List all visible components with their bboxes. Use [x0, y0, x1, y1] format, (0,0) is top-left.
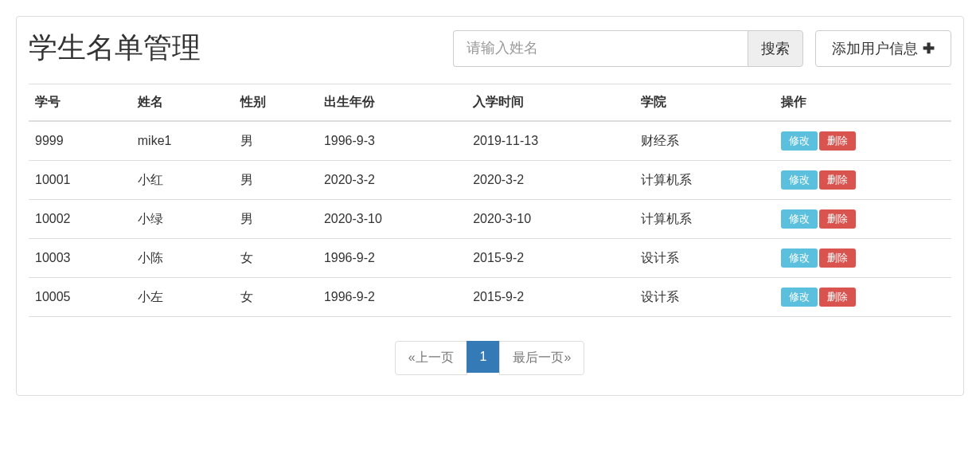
pagination-last[interactable]: 最后一页»	[499, 341, 584, 375]
table-row: 10001小红男2020-3-22020-3-2计算机系修改删除	[29, 161, 951, 200]
cell-birth: 2020-3-10	[318, 200, 467, 239]
col-header-gender: 性别	[234, 84, 318, 122]
cell-name: 小左	[131, 278, 234, 317]
cell-birth: 1996-9-2	[318, 278, 467, 317]
cell-dept: 计算机系	[634, 161, 775, 200]
delete-button[interactable]: 删除	[819, 209, 856, 229]
cell-ops: 修改删除	[775, 239, 952, 278]
pagination-prev[interactable]: «上一页	[395, 341, 467, 375]
cell-name: 小陈	[131, 239, 234, 278]
table-header-row: 学号 姓名 性别 出生年份 入学时间 学院 操作	[29, 84, 951, 122]
cell-id: 10005	[29, 278, 131, 317]
edit-button[interactable]: 修改	[781, 248, 818, 268]
cell-birth: 2020-3-2	[318, 161, 467, 200]
cell-birth: 1996-9-2	[318, 239, 467, 278]
cell-dept: 财经系	[634, 121, 775, 161]
cell-ops: 修改删除	[775, 161, 952, 200]
pagination: «上一页 1 最后一页»	[396, 341, 585, 375]
col-header-ops: 操作	[775, 84, 952, 122]
cell-id: 10002	[29, 200, 131, 239]
cell-admit: 2020-3-2	[467, 161, 634, 200]
search-button[interactable]: 搜索	[748, 30, 803, 67]
students-table: 学号 姓名 性别 出生年份 入学时间 学院 操作 9999mike1男1996-…	[29, 84, 951, 317]
col-header-dept: 学院	[634, 84, 775, 122]
edit-button[interactable]: 修改	[781, 209, 818, 229]
delete-button[interactable]: 删除	[819, 170, 856, 190]
cell-gender: 男	[234, 200, 318, 239]
search-input[interactable]	[453, 30, 748, 67]
table-row: 10002小绿男2020-3-102020-3-10计算机系修改删除	[29, 200, 951, 239]
main-panel: 学生名单管理 搜索 添加用户信息 ✚ 学号 姓名 性别 出生年份 入学时间 学院…	[16, 16, 964, 396]
cell-dept: 设计系	[634, 239, 775, 278]
add-user-label: 添加用户信息	[832, 39, 918, 58]
cell-admit: 2015-9-2	[467, 239, 634, 278]
cell-admit: 2020-3-10	[467, 200, 634, 239]
edit-button[interactable]: 修改	[781, 170, 818, 190]
plus-icon: ✚	[923, 40, 935, 57]
search-group: 搜索	[453, 30, 803, 67]
table-body: 9999mike1男1996-9-32019-11-13财经系修改删除10001…	[29, 121, 951, 317]
cell-name: 小红	[131, 161, 234, 200]
page-title: 学生名单管理	[29, 29, 201, 68]
cell-ops: 修改删除	[775, 200, 952, 239]
pagination-wrap: «上一页 1 最后一页»	[29, 333, 951, 383]
delete-button[interactable]: 删除	[819, 248, 856, 268]
cell-admit: 2015-9-2	[467, 278, 634, 317]
pagination-page-1[interactable]: 1	[467, 341, 501, 373]
cell-ops: 修改删除	[775, 121, 952, 161]
cell-gender: 女	[234, 278, 318, 317]
cell-gender: 男	[234, 161, 318, 200]
cell-gender: 女	[234, 239, 318, 278]
cell-birth: 1996-9-3	[318, 121, 467, 161]
edit-button[interactable]: 修改	[781, 288, 818, 307]
cell-dept: 设计系	[634, 278, 775, 317]
add-user-button[interactable]: 添加用户信息 ✚	[815, 30, 951, 67]
cell-gender: 男	[234, 121, 318, 161]
cell-id: 10003	[29, 239, 131, 278]
col-header-birth: 出生年份	[318, 84, 467, 122]
cell-admit: 2019-11-13	[467, 121, 634, 161]
col-header-admit: 入学时间	[467, 84, 634, 122]
cell-id: 10001	[29, 161, 131, 200]
cell-name: mike1	[131, 121, 234, 161]
cell-name: 小绿	[131, 200, 234, 239]
header-row: 学生名单管理 搜索 添加用户信息 ✚	[29, 29, 951, 68]
table-row: 10005小左女1996-9-22015-9-2设计系修改删除	[29, 278, 951, 317]
table-row: 9999mike1男1996-9-32019-11-13财经系修改删除	[29, 121, 951, 161]
cell-ops: 修改删除	[775, 278, 952, 317]
col-header-name: 姓名	[131, 84, 234, 122]
edit-button[interactable]: 修改	[781, 131, 818, 151]
cell-dept: 计算机系	[634, 200, 775, 239]
table-row: 10003小陈女1996-9-22015-9-2设计系修改删除	[29, 239, 951, 278]
cell-id: 9999	[29, 121, 131, 161]
col-header-id: 学号	[29, 84, 131, 122]
delete-button[interactable]: 删除	[819, 288, 856, 307]
delete-button[interactable]: 删除	[819, 131, 856, 151]
